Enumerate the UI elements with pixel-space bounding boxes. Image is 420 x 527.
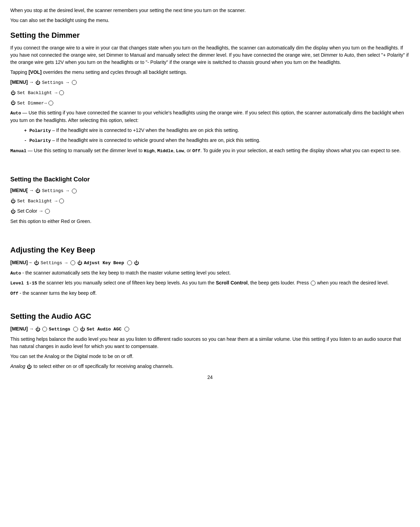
dimmer-para1: If you connect the orange wire to a wire… [10, 44, 410, 66]
audio-agc-para2: You can set the Analog or the Digital mo… [10, 353, 410, 360]
power-icon-5: ⏻ [11, 198, 15, 205]
power-icon-1: ⏻ [35, 79, 40, 86]
power-icon-8: ⏻ [77, 259, 82, 267]
dimmer-tapping: Tapping [VOL] overrides the menu setting… [10, 69, 410, 76]
key-beep-menu-line: [MENU]→ ⏻ Settings → ⏻ Adjust Key Beep ⏻ [10, 259, 410, 267]
circle-icon-5 [59, 199, 64, 203]
dimmer-minus-polarity: - Polarity – If the headlight wire is co… [24, 137, 410, 144]
dimmer-set-dimmer-line: ⏻ Set Dimmer→ [10, 99, 410, 107]
audio-agc-analog: Analog ⏻ to select either on or off spec… [10, 363, 410, 370]
dimmer-plus-polarity: + Polarity – If the headlight wire is co… [24, 127, 410, 134]
power-icon-12: ⏻ [27, 363, 32, 370]
key-beep-off: Off - the scanner turns the key beep off… [10, 290, 410, 297]
power-icon-11: ⏻ [80, 326, 85, 333]
circle-icon-4 [72, 189, 77, 193]
circle-icon-3 [48, 101, 53, 105]
circle-icon-9 [311, 281, 316, 285]
intro-line2: You can also set the backlight using the… [10, 17, 410, 24]
circle-icon-11 [73, 327, 78, 332]
backlight-desc: Set this option to either Red or Green. [10, 218, 410, 225]
power-icon-3: ⏻ [11, 99, 15, 106]
circle-icon-7 [70, 260, 75, 265]
power-icon-10: ⏻ [35, 326, 40, 333]
backlight-menu-line: [MENU[ → ⏻ Settings → [10, 187, 410, 194]
circle-icon-8 [127, 260, 132, 265]
backlight-set-color-line: ⏻ Set Color → [10, 208, 410, 215]
intro-line1: When you stop at the desired level, the … [10, 7, 410, 14]
key-beep-heading: Adjusting the Key Beep [10, 244, 410, 256]
dimmer-manual-desc: Manual — Use this setting to manually se… [10, 147, 410, 155]
backlight-color-heading: Setting the Backlight Color [10, 175, 410, 184]
circle-icon-12 [124, 327, 129, 332]
backlight-set-backlight-line: ⏻ Set Backlight → [10, 197, 410, 205]
page-number: 24 [10, 374, 410, 381]
power-icon-9: ⏻ [134, 259, 139, 267]
circle-icon-6 [45, 209, 50, 214]
power-icon-4: ⏻ [35, 187, 40, 194]
dimmer-set-backlight-line: ⏻ Set Backlight → [10, 89, 410, 97]
key-beep-level: Level 1-15 the scanner lets you manually… [10, 279, 410, 287]
power-icon-2: ⏻ [11, 89, 15, 97]
power-icon-7: ⏻ [34, 259, 39, 267]
dimmer-heading: Setting the Dimmer [10, 30, 410, 41]
audio-agc-heading: Setting the Audio AGC [10, 311, 410, 322]
circle-icon-2 [59, 90, 64, 95]
power-icon-6: ⏻ [11, 208, 15, 215]
circle-icon-10 [42, 327, 47, 332]
dimmer-auto-desc: Auto — Use this setting if you have conn… [10, 109, 410, 124]
circle-icon-1 [72, 80, 77, 85]
audio-agc-menu-line: [MENU] → ⏻ Settings ⏻ Set Audio AGC [10, 325, 410, 333]
key-beep-auto: Auto - the scanner automatically sets th… [10, 269, 410, 277]
audio-agc-para1: This setting helps balance the audio lev… [10, 336, 410, 350]
dimmer-menu-line: [MENU] → ⏻ Settings → [10, 79, 410, 86]
